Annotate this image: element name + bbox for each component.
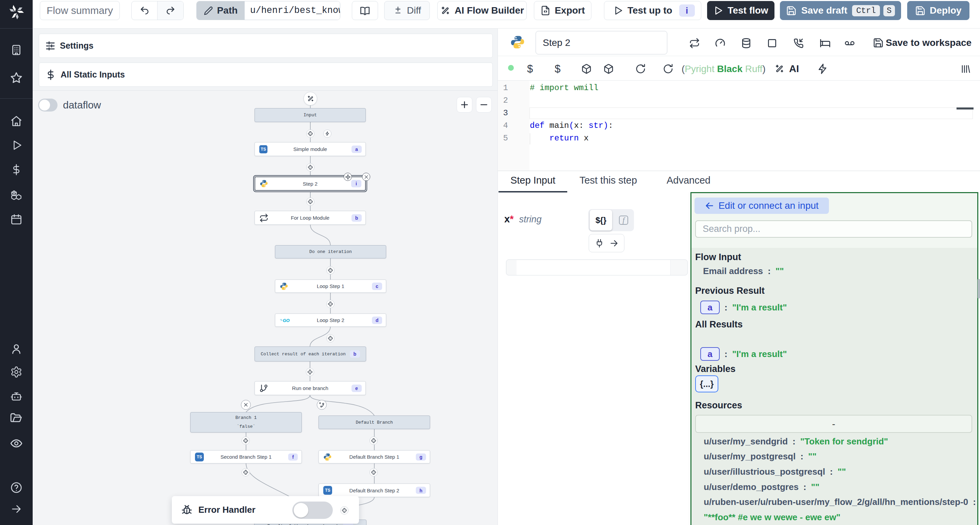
svg-text:GO: GO bbox=[283, 317, 290, 323]
